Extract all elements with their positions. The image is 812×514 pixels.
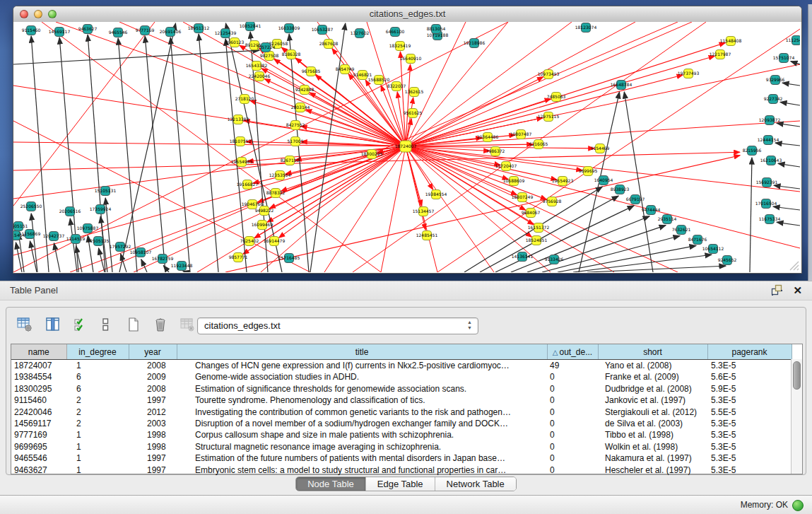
cell-out_degree[interactable]: 0 [547,407,598,418]
network-canvas[interactable]: 8960123891295518226058982750881863281654… [13,22,801,273]
cell-in_degree[interactable]: 2 [66,395,129,406]
cell-year[interactable]: 2003 [129,418,177,429]
scrollbar-thumb[interactable] [793,361,801,390]
cell-in_degree[interactable]: 1 [66,360,129,372]
column-header-short[interactable]: short [598,344,707,360]
cell-short[interactable]: Hescheler et al. (1997) [598,465,707,476]
table-row[interactable]: 946554611997Estimation of the future num… [11,452,792,464]
cell-name[interactable]: 18724007 [11,360,66,372]
cell-in_degree[interactable]: 1 [66,441,129,452]
table-row[interactable]: 1830029562008Estimation of significance … [11,383,792,395]
cell-year[interactable]: 2008 [129,360,177,372]
cell-title[interactable]: Tourette syndrome. Phenomenology and cla… [177,395,547,406]
column-header-title[interactable]: title [177,344,547,360]
cell-year[interactable]: 1997 [129,465,177,476]
cell-short[interactable]: Yano et al. (2008) [598,360,707,372]
column-header-name[interactable]: name [11,344,66,360]
cell-in_degree[interactable]: 2 [66,407,129,418]
table-row[interactable]: 1872400712008Changes of HCN gene express… [11,360,792,372]
cell-in_degree[interactable]: 1 [66,429,129,440]
cell-out_degree[interactable]: 0 [547,371,598,382]
cell-title[interactable]: Investigating the contribution of common… [177,407,547,418]
table-row[interactable]: 977716911998Corpus callosum shape and si… [11,429,792,440]
column-header-year[interactable]: year [129,344,177,360]
cell-short[interactable]: Dudbridge et al. (2008) [598,383,707,395]
network-svg[interactable]: 8960123891295518226058982750881863281654… [13,22,800,272]
cell-pagerank[interactable]: 5.6E-5 [707,371,792,382]
cell-title[interactable]: Genome-wide association studies in ADHD. [177,371,547,382]
cell-short[interactable]: Franke et al. (2009) [598,371,707,382]
table-row[interactable]: 1938455462009Genome-wide association stu… [11,371,792,382]
cell-out_degree[interactable]: 0 [547,429,598,440]
cell-name[interactable]: 14569117 [11,418,66,429]
cell-short[interactable]: Jankovic et al. (1997) [598,395,707,406]
cell-pagerank[interactable]: 5.3E-5 [707,429,792,440]
cell-pagerank[interactable]: 5.3E-5 [707,465,792,476]
table-row[interactable]: 911546021997Tourette syndrome. Phenomeno… [11,395,792,406]
cell-name[interactable]: 9699695 [11,441,66,452]
cell-pagerank[interactable]: 5.3E-5 [707,441,792,452]
dropdown-spinner-icon[interactable]: ▲▼ [467,320,472,331]
float-panel-icon[interactable] [771,284,783,296]
cell-year[interactable]: 1997 [129,395,177,406]
toggle-columns-icon[interactable] [43,315,63,334]
collapsed-side-panel[interactable] [808,4,812,281]
cell-out_degree[interactable]: 0 [547,452,598,464]
cell-in_degree[interactable]: 1 [66,452,129,464]
cell-out_degree[interactable]: 0 [547,395,598,406]
select-all-icon[interactable] [71,315,91,334]
table-row[interactable]: 969969511998Structural magnetic resonanc… [11,441,792,452]
clear-selection-icon[interactable] [95,315,115,334]
cell-title[interactable]: Structural magnetic resonance image aver… [177,441,547,452]
cell-title[interactable]: Disruption of a novel member of a sodium… [177,418,547,429]
window-titlebar[interactable]: citations_edges.txt [13,6,801,23]
cell-pagerank[interactable]: 5.3E-5 [707,452,792,464]
tab-node-table[interactable]: Node Table [296,477,366,491]
cell-in_degree[interactable]: 6 [66,371,129,382]
tab-network-table[interactable]: Network Table [435,477,516,491]
cell-pagerank[interactable]: 5.3E-5 [707,395,792,406]
cell-short[interactable]: Wolkin et al. (1998) [598,441,707,452]
window-resize-grip[interactable] [788,259,799,271]
cell-out_degree[interactable]: 0 [547,441,598,452]
cell-in_degree[interactable]: 1 [66,465,129,476]
cell-year[interactable]: 1998 [129,429,177,440]
cell-short[interactable]: Stergiakouli et al. (2012) [598,407,707,418]
table-row[interactable]: 946362711997Embryonic stem cells: a mode… [11,465,792,476]
table-row[interactable]: 1456911722003Disruption of a novel membe… [11,418,792,429]
cell-in_degree[interactable]: 6 [66,383,129,395]
cell-name[interactable]: 19384554 [11,371,66,382]
cell-name[interactable]: 18300295 [11,383,66,395]
cell-year[interactable]: 1998 [129,441,177,452]
column-header-pagerank[interactable]: pagerank [707,344,792,360]
cell-pagerank[interactable]: 5.5E-5 [707,407,792,418]
column-header-in_degree[interactable]: in_degree [66,344,129,360]
cell-title[interactable]: Estimation of the future numbers of pati… [177,452,547,464]
cell-pagerank[interactable]: 5.3E-5 [707,360,792,372]
cell-year[interactable]: 2009 [129,371,177,382]
cell-pagerank[interactable]: 5.9E-5 [707,383,792,395]
cell-out_degree[interactable]: 0 [547,383,598,395]
cell-name[interactable]: 9463627 [11,465,66,476]
table-scrollbar[interactable] [791,359,802,474]
cell-year[interactable]: 2008 [129,383,177,395]
cell-out_degree[interactable]: 49 [547,360,598,372]
cell-name[interactable]: 22420046 [11,407,66,418]
cell-short[interactable]: de Silva et al. (2003) [598,418,707,429]
cell-title[interactable]: Estimation of significance thresholds fo… [177,383,547,395]
column-header-out_degree[interactable]: △out_de... [547,344,598,360]
cell-short[interactable]: Tibbo et al. (1998) [598,429,707,440]
cell-out_degree[interactable]: 0 [547,418,598,429]
new-column-icon[interactable] [124,315,143,334]
cell-out_degree[interactable]: 0 [547,465,598,476]
cell-name[interactable]: 9115460 [11,395,66,406]
cell-title[interactable]: Changes of HCN gene expression and I(f) … [177,360,547,372]
cell-pagerank[interactable]: 5.3E-5 [707,418,792,429]
cell-short[interactable]: Nakamura et al. (1997) [598,452,707,464]
tab-edge-table[interactable]: Edge Table [366,477,435,491]
cell-in_degree[interactable]: 2 [66,418,129,429]
cell-name[interactable]: 9465546 [11,452,66,464]
table-settings-icon[interactable] [15,315,35,334]
cell-name[interactable]: 9777169 [11,429,66,440]
delete-table-icon[interactable] [177,315,197,334]
